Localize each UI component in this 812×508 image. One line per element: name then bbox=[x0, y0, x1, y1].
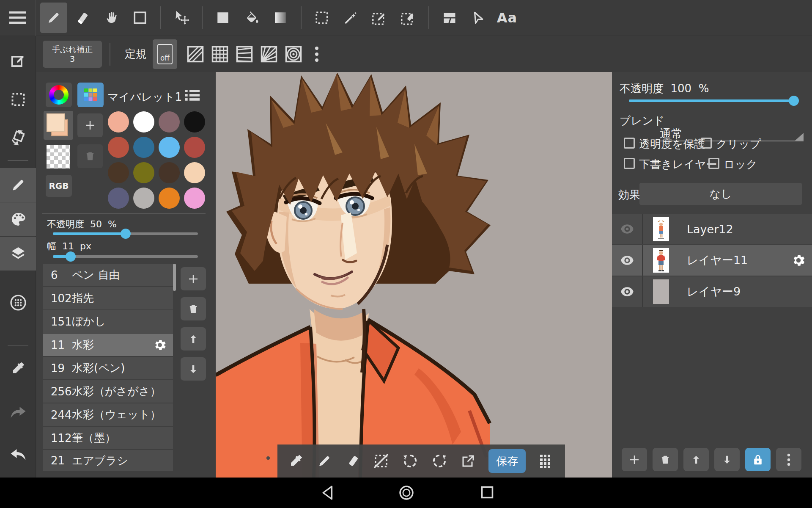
layer-settings-gear-icon[interactable] bbox=[791, 253, 806, 268]
hamburger-menu-button[interactable] bbox=[0, 0, 36, 36]
workspace-grid-button[interactable] bbox=[539, 453, 554, 469]
sidebar-undo-button[interactable] bbox=[0, 438, 36, 472]
move-tool-button[interactable] bbox=[168, 3, 195, 33]
swatch-12[interactable] bbox=[108, 188, 129, 209]
brush-item[interactable]: 112 筆（墨） bbox=[43, 427, 173, 449]
sidebar-rotate-canvas-button[interactable] bbox=[0, 121, 36, 155]
brush-opacity-slider[interactable] bbox=[53, 232, 198, 235]
ruler-parallel-button[interactable] bbox=[186, 41, 205, 68]
draft-layer-checkbox[interactable] bbox=[624, 158, 635, 169]
brush-item[interactable]: 21 エアブラシ bbox=[43, 450, 173, 471]
quick-eraser-button[interactable] bbox=[345, 453, 360, 469]
select-eraser-tool-button[interactable] bbox=[395, 3, 422, 33]
sidebar-pen-button[interactable] bbox=[0, 168, 36, 202]
lock-layer-button[interactable] bbox=[745, 448, 771, 471]
quick-pen-button[interactable] bbox=[317, 453, 332, 469]
swatch-9[interactable] bbox=[133, 162, 154, 183]
move-layer-up-button[interactable] bbox=[683, 448, 709, 471]
sidebar-new-canvas-button[interactable] bbox=[0, 44, 36, 78]
ruler-crosslines-button[interactable] bbox=[235, 41, 254, 68]
ruler-off-button[interactable]: off bbox=[153, 39, 177, 69]
brush-item-selected[interactable]: 11 水彩 bbox=[43, 334, 173, 356]
operation-tool-button[interactable] bbox=[465, 3, 492, 33]
slider-thumb[interactable] bbox=[66, 251, 76, 262]
canvas[interactable] bbox=[216, 72, 612, 478]
brush-item[interactable]: 151 ぼかし bbox=[43, 310, 173, 333]
swatch-3[interactable] bbox=[184, 111, 205, 133]
brush-settings-gear-icon[interactable] bbox=[153, 338, 167, 352]
delete-brush-button[interactable] bbox=[181, 297, 206, 320]
layer-row[interactable]: レイヤー9 bbox=[612, 276, 812, 307]
brush-item[interactable]: 6 ペン 自由 bbox=[43, 264, 173, 286]
sidebar-layers-button[interactable] bbox=[0, 237, 36, 271]
android-home-button[interactable] bbox=[398, 485, 414, 501]
add-color-button[interactable] bbox=[77, 113, 103, 137]
brush-list-scrollbar[interactable] bbox=[173, 264, 176, 291]
swatch-2[interactable] bbox=[159, 111, 180, 133]
swatch-15[interactable] bbox=[184, 188, 205, 209]
shape-tool-button[interactable] bbox=[126, 3, 154, 33]
swatch-10[interactable] bbox=[159, 162, 180, 183]
delete-color-button[interactable] bbox=[77, 144, 103, 168]
hand-tool-button[interactable] bbox=[98, 3, 125, 33]
layer-row-selected[interactable]: レイヤー11 bbox=[612, 245, 812, 276]
brush-item[interactable]: 19 水彩(ペン) bbox=[43, 357, 173, 379]
ruler-grid-button[interactable] bbox=[210, 41, 230, 68]
gradient-tool-button[interactable] bbox=[267, 3, 294, 33]
swatch-1[interactable] bbox=[133, 111, 154, 133]
layer-opacity-slider[interactable] bbox=[629, 99, 795, 102]
android-back-button[interactable] bbox=[321, 485, 335, 501]
brush-width-slider[interactable] bbox=[53, 255, 198, 258]
brush-item[interactable]: 244 水彩（ウェット） bbox=[43, 403, 173, 426]
lock-checkbox[interactable] bbox=[708, 158, 719, 169]
android-recents-button[interactable] bbox=[480, 485, 495, 500]
swatch-6[interactable] bbox=[159, 137, 180, 158]
swatch-14[interactable] bbox=[159, 188, 180, 209]
swatch-13[interactable] bbox=[133, 188, 154, 209]
move-brush-down-button[interactable] bbox=[181, 357, 206, 381]
deselect-button[interactable] bbox=[373, 453, 389, 469]
layer-visibility-toggle[interactable] bbox=[612, 214, 643, 244]
swatch-5[interactable] bbox=[133, 137, 154, 158]
solid-fill-tool-button[interactable] bbox=[209, 3, 236, 33]
eyedropper-button[interactable] bbox=[288, 453, 304, 469]
sidebar-eyedropper-button[interactable] bbox=[0, 351, 36, 385]
bucket-fill-tool-button[interactable] bbox=[238, 3, 265, 33]
swatch-8[interactable] bbox=[108, 162, 129, 183]
stabilization-button[interactable]: 手ぶれ補正 3 bbox=[43, 41, 102, 68]
color-wheel-button[interactable] bbox=[46, 83, 72, 107]
add-brush-button[interactable] bbox=[181, 267, 206, 290]
move-layer-down-button[interactable] bbox=[714, 448, 740, 471]
layer-visibility-toggle[interactable] bbox=[612, 276, 643, 307]
magic-wand-tool-button[interactable] bbox=[337, 3, 364, 33]
clip-checkbox[interactable] bbox=[701, 138, 712, 149]
undo-button[interactable] bbox=[402, 453, 418, 469]
pen-tool-button[interactable] bbox=[40, 3, 67, 33]
sidebar-select-button[interactable] bbox=[0, 83, 36, 116]
layer-row[interactable]: Layer12 bbox=[612, 214, 812, 244]
sidebar-palette-button[interactable] bbox=[0, 202, 36, 236]
redo-button[interactable] bbox=[431, 453, 447, 469]
swatch-4[interactable] bbox=[108, 137, 129, 158]
sub-toolbar-more-button[interactable] bbox=[308, 41, 325, 68]
panel-divide-tool-button[interactable] bbox=[436, 3, 463, 33]
select-pen-tool-button[interactable] bbox=[366, 3, 393, 33]
ruler-vanishing-button[interactable] bbox=[259, 41, 279, 68]
slider-thumb[interactable] bbox=[789, 96, 799, 106]
layer-more-button[interactable] bbox=[776, 448, 801, 471]
palette-grid-button[interactable] bbox=[77, 83, 104, 107]
brush-item[interactable]: 102 指先 bbox=[43, 287, 173, 309]
swatch-0[interactable] bbox=[108, 111, 129, 133]
swatch-11[interactable] bbox=[184, 162, 205, 183]
current-color-display[interactable] bbox=[44, 111, 73, 140]
delete-layer-button[interactable] bbox=[653, 448, 678, 471]
protect-alpha-checkbox[interactable] bbox=[624, 138, 635, 149]
rgb-button[interactable]: RGB bbox=[46, 175, 72, 197]
add-layer-button[interactable] bbox=[622, 448, 647, 471]
swatch-7[interactable] bbox=[184, 137, 205, 158]
ruler-concentric-button[interactable] bbox=[284, 41, 303, 68]
select-tool-button[interactable] bbox=[308, 3, 335, 33]
export-button[interactable] bbox=[461, 453, 476, 469]
text-tool-button[interactable]: Aa bbox=[494, 3, 521, 33]
palette-list-button[interactable] bbox=[185, 89, 200, 102]
